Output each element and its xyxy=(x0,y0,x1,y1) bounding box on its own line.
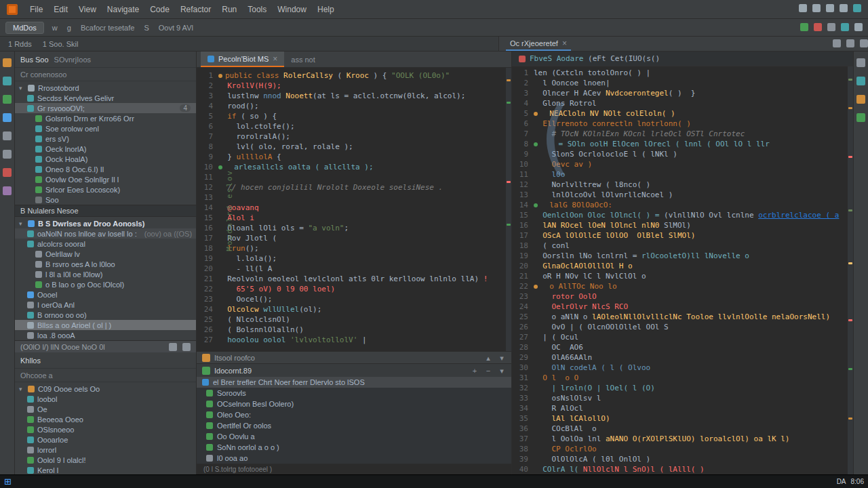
search-icon[interactable] xyxy=(854,23,863,31)
todo-item[interactable]: l0 ooa ao xyxy=(197,453,511,464)
tree-item[interactable]: B ornoo oo oo) xyxy=(15,310,196,320)
close-tab-icon[interactable]: × xyxy=(273,54,277,64)
breadcrumb-item[interactable]: S xyxy=(144,24,149,32)
terminal-tool-icon[interactable] xyxy=(3,150,12,159)
khlos-tree[interactable]: ▾C09 Oooe oels OoloobolOeBeoeoa OoeoOSls… xyxy=(15,382,196,474)
menu-item[interactable]: Tools xyxy=(242,3,272,16)
tree-item[interactable]: Soe orolow oenl xyxy=(15,123,196,134)
tree-item[interactable]: lorrorl xyxy=(15,445,196,455)
minimize-panel-icon[interactable] xyxy=(169,343,177,351)
todo-panel-header[interactable]: Idocornt.89 +−▾ xyxy=(197,363,511,377)
breadcrumb-item[interactable]: g xyxy=(67,24,71,32)
tree-item[interactable]: I oerOa Anl xyxy=(15,300,196,310)
check-icon[interactable] xyxy=(206,444,213,451)
tree-item[interactable]: ers sV) xyxy=(15,134,196,144)
tree-item[interactable]: alcolcrs oooral xyxy=(15,239,196,249)
tree-item[interactable]: Oock HoalA) xyxy=(15,154,196,164)
gutter-mark-icon[interactable] xyxy=(534,112,538,116)
tree-item[interactable]: Oneo 8 Ooc.6.l) Il xyxy=(15,164,196,174)
gutter-mark-icon[interactable] xyxy=(218,74,222,78)
center-editor-tab[interactable]: Pecoln'Biot MS × xyxy=(201,52,284,67)
more-icon[interactable] xyxy=(860,39,868,47)
collapse-down-icon[interactable]: ▾ xyxy=(498,354,506,362)
center-code-editor[interactable]: 1public class RolerCallsy ( Krooc ) { "O… xyxy=(197,68,511,351)
device-tool-icon[interactable] xyxy=(856,113,865,122)
structure-tool-icon[interactable] xyxy=(3,77,12,85)
todo-item[interactable]: Oo Oovlu a xyxy=(197,431,511,442)
tree-item[interactable]: Gr rsvoooOVl;4 xyxy=(15,103,196,113)
notifications-tool-icon[interactable] xyxy=(856,58,865,67)
right-editor-tab[interactable]: Oc rXjeoeretef × xyxy=(506,37,571,51)
git-icon[interactable] xyxy=(841,23,849,31)
menu-item[interactable]: File xyxy=(24,3,48,16)
split-icon[interactable] xyxy=(833,39,841,47)
breadcrumb-item[interactable]: w xyxy=(52,24,58,32)
tree-item[interactable]: ▾C09 Oooe oels Oo xyxy=(15,384,196,394)
gradle-tool-icon[interactable] xyxy=(856,77,865,85)
tree-item[interactable]: Oeck lnorlA) xyxy=(15,144,196,154)
tree-item[interactable]: Golsrrlo Drrn er Krro66 Orr xyxy=(15,113,196,123)
tree-item[interactable]: Srlcor Eoes Locoscok) xyxy=(15,184,196,195)
menu-item[interactable]: Run xyxy=(216,3,242,16)
breadcrumb-item[interactable]: Oovt 9 AVl xyxy=(159,24,193,32)
language-indicator[interactable]: DA xyxy=(837,478,846,485)
gutter-mark-icon[interactable] xyxy=(534,285,538,289)
tree-item[interactable]: ▾B S Dwrlses av Droo Aonosls) xyxy=(15,218,196,228)
check-icon[interactable] xyxy=(206,433,213,440)
tree-item[interactable]: Oooel xyxy=(15,289,196,300)
nav-tab[interactable]: MdDos xyxy=(5,22,44,34)
chevron-icon[interactable]: ▾ xyxy=(19,220,24,227)
run-config-item[interactable]: 1 Soo. Skil xyxy=(43,40,79,48)
check-icon[interactable] xyxy=(206,411,213,418)
debug-icon[interactable] xyxy=(814,23,822,31)
menu-item[interactable]: Window xyxy=(272,3,312,16)
tree-item[interactable]: B rsvro oes A lo l0loo xyxy=(15,259,196,269)
gutter-mark-icon[interactable] xyxy=(218,165,222,169)
tree-item[interactable]: Oooarloe xyxy=(15,434,196,445)
menu-item[interactable]: Navigate xyxy=(102,3,144,16)
add-icon[interactable]: + xyxy=(471,367,479,375)
menu-item[interactable]: View xyxy=(73,3,102,16)
tree-item[interactable]: Oe xyxy=(15,404,196,414)
tree-item[interactable]: loa .8 oooA xyxy=(15,330,196,340)
project-toolbar[interactable]: Cr conenosoo xyxy=(15,68,196,81)
maven-tool-icon[interactable] xyxy=(856,95,865,104)
problems-tool-icon[interactable] xyxy=(3,168,12,177)
project-tree[interactable]: ▾RrosotobordSecdss Kervlves GelivrGr rsv… xyxy=(15,81,196,205)
tree-item[interactable]: Soo xyxy=(15,195,196,205)
todo-item[interactable]: SoNn oorlol a o o ) xyxy=(197,442,511,453)
stop-icon[interactable] xyxy=(827,23,835,31)
remove-icon[interactable]: − xyxy=(484,367,492,375)
check-icon[interactable] xyxy=(206,422,213,429)
right-editor-scrollbar[interactable] xyxy=(848,66,853,474)
chevron-icon[interactable]: ▾ xyxy=(19,386,24,392)
close-tab-icon[interactable]: × xyxy=(562,39,567,48)
menu-item[interactable]: Refactor xyxy=(175,3,216,16)
tree-item[interactable]: Kerol l xyxy=(15,465,196,474)
tree-item[interactable]: OSlsnoeoo xyxy=(15,424,196,434)
todo-item[interactable]: Oleo Oeo: xyxy=(197,409,511,420)
tree-item[interactable]: Oolol 9 l olalcl! xyxy=(15,455,196,465)
menu-item[interactable]: Help xyxy=(312,3,340,16)
watchers-tree[interactable]: ▾B S Dwrlses av Droo Aonosls)oaNolN nos … xyxy=(15,217,196,340)
watchers-section-header[interactable]: B Nulalers Nesoe xyxy=(15,205,196,217)
check-icon[interactable] xyxy=(202,379,209,386)
pull-requests-tool-icon[interactable] xyxy=(3,113,12,122)
todo-item[interactable]: OCselnon Besl Oolero) xyxy=(197,399,511,409)
tree-item[interactable]: loobol xyxy=(15,394,196,404)
tree-item[interactable]: Oovlw Ooe Solnllgr Il l xyxy=(15,174,196,184)
center-editor-scrollbar[interactable] xyxy=(506,68,511,351)
clock[interactable]: 8:06 xyxy=(851,478,864,485)
check-icon[interactable] xyxy=(206,455,213,462)
collapse-up-icon[interactable]: ▴ xyxy=(484,354,492,362)
menu-item[interactable]: Edit xyxy=(48,3,73,16)
tree-item[interactable]: ▾Rrosotobord xyxy=(15,83,196,93)
check-icon[interactable] xyxy=(206,390,213,396)
tree-item[interactable]: Secdss Kervlves Gelivr xyxy=(15,93,196,103)
tree-item[interactable]: Oelrllaw lv xyxy=(15,249,196,259)
profile-icon[interactable] xyxy=(853,4,861,12)
start-button[interactable]: ⊞ xyxy=(4,476,12,487)
tree-item[interactable]: l 8l a l0l oe l0low) xyxy=(15,269,196,279)
commit-tool-icon[interactable] xyxy=(3,95,12,104)
todo-item[interactable]: Soroovls xyxy=(197,388,511,399)
